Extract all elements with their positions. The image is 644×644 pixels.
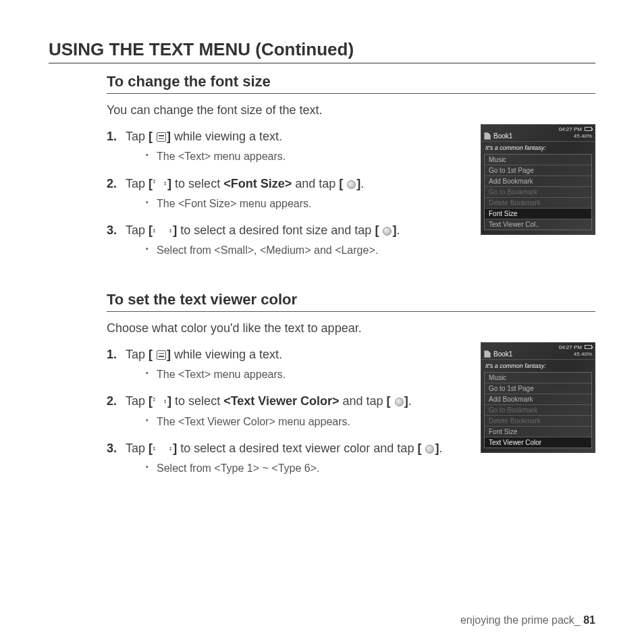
- step-text: .: [360, 177, 364, 190]
- document-icon: [484, 132, 491, 140]
- step-text: and tap: [340, 394, 387, 408]
- menu-icon: [157, 132, 166, 142]
- step-note: The <Text> menu appears.: [146, 149, 471, 164]
- step-text: Tap: [126, 441, 149, 455]
- step-text: .: [396, 223, 400, 237]
- device-menu-item: Go to Bookmark: [485, 405, 591, 416]
- device-menu-item: Delete Bookmark: [485, 416, 591, 427]
- bracket-open: [: [387, 394, 391, 408]
- device-menu-item: Font Size: [485, 209, 591, 219]
- step-text: while viewing a text.: [171, 130, 282, 143]
- bracket-open: [: [375, 223, 379, 237]
- up-down-icon: ⠃ ⠰: [153, 180, 167, 187]
- device-menu-item: Add Bookmark: [485, 176, 591, 187]
- section-heading: To change the font size: [107, 73, 595, 94]
- step-number: 3.: [107, 222, 117, 239]
- step-text: Tap: [126, 348, 149, 361]
- step-item: 1. Tap [ ] while viewing a text. The <Te…: [107, 346, 471, 383]
- device-progress: 45.40%: [574, 133, 592, 139]
- step-item: 2. Tap [⠃ ⠰] to select <Text Viewer Colo…: [107, 393, 471, 429]
- step-text: Tap: [126, 177, 149, 190]
- step-note: The <Font Size> menu appears.: [146, 196, 471, 211]
- step-item: 1. Tap [ ] while viewing a text. The <Te…: [107, 128, 471, 165]
- steps-list: 1. Tap [ ] while viewing a text. The <Te…: [107, 128, 471, 259]
- battery-icon: [585, 345, 592, 349]
- device-menu-item: Go to 1st Page: [485, 383, 591, 394]
- device-title: Book1: [493, 350, 512, 358]
- step-note: Select from <Small>, <Medium> and <Large…: [146, 243, 471, 258]
- ok-icon: [383, 227, 392, 236]
- page-title: USING THE TEXT MENU (Continued): [49, 39, 595, 63]
- up-down-icon: ⠃ ⠰: [153, 398, 167, 405]
- steps-list: 1. Tap [ ] while viewing a text. The <Te…: [107, 346, 471, 477]
- step-text: and tap: [292, 177, 339, 190]
- step-number: 3.: [107, 440, 117, 457]
- battery-icon: [585, 127, 592, 131]
- ok-icon: [347, 180, 356, 189]
- device-time: 04:27 PM: [559, 126, 582, 132]
- step-number: 1.: [107, 128, 117, 145]
- step-item: 3. Tap [⠆ ⠰] to select a desired text vi…: [107, 440, 471, 477]
- step-number: 2.: [107, 393, 117, 410]
- step-note: The <Text> menu appears.: [146, 367, 471, 382]
- step-text: to select a desired text viewer color an…: [177, 441, 417, 455]
- bracket-open: [: [149, 348, 153, 361]
- device-menu-item: Delete Bookmark: [485, 198, 591, 209]
- device-menu: MusicGo to 1st PageAdd BookmarkGo to Boo…: [484, 372, 592, 448]
- page-footer: enjoying the prime pack_ 81: [460, 614, 595, 626]
- footer-page-number: 81: [583, 614, 595, 626]
- device-statusbar: 04:27 PM: [481, 343, 595, 350]
- ok-icon: [425, 445, 434, 454]
- step-text: while viewing a text.: [171, 348, 282, 361]
- step-number: 2.: [107, 176, 117, 192]
- device-titlebar: Book1 45.40%: [481, 132, 595, 142]
- bracket-open: [: [417, 441, 421, 455]
- device-menu-item: Text Viewer Color: [485, 437, 591, 448]
- step-text: to select: [171, 394, 223, 408]
- step-bold: <Font Size>: [223, 177, 292, 190]
- section-font-size: To change the font size You can change t…: [107, 73, 595, 259]
- step-text: to select: [171, 177, 223, 190]
- step-bold: <Text Viewer Color>: [223, 394, 339, 408]
- step-text: Tap: [126, 223, 149, 237]
- menu-icon: [157, 350, 166, 360]
- device-screenshot: 04:27 PM Book1 45.40% It's a common fant…: [481, 342, 595, 453]
- device-statusbar: 04:27 PM: [481, 125, 595, 132]
- step-text: Tap: [126, 394, 149, 408]
- device-menu-item: Add Bookmark: [485, 394, 591, 405]
- device-menu-item: Go to 1st Page: [485, 165, 591, 176]
- device-menu-item: Text Viewer Col..: [485, 219, 591, 230]
- step-item: 2. Tap [⠃ ⠰] to select <Font Size> and t…: [107, 176, 471, 212]
- step-text: .: [408, 394, 412, 408]
- step-text: Tap: [126, 130, 149, 143]
- section-text-viewer-color: To set the text viewer color Choose what…: [107, 291, 595, 477]
- bracket-open: [: [339, 177, 343, 190]
- device-title: Book1: [493, 132, 512, 140]
- footer-text: enjoying the prime pack_: [460, 614, 583, 626]
- device-progress: 45.40%: [574, 351, 592, 357]
- device-menu-item: Go to Bookmark: [485, 187, 591, 198]
- section-intro: You can change the font size of the text…: [107, 103, 595, 117]
- document-icon: [484, 350, 491, 358]
- ok-icon: [395, 398, 404, 406]
- step-number: 1.: [107, 346, 117, 363]
- step-text: to select a desired font size and tap: [177, 223, 375, 237]
- step-text: .: [439, 441, 442, 455]
- device-menu-item: Music: [485, 373, 591, 383]
- step-item: 3. Tap [⠆ ⠰] to select a desired font si…: [107, 222, 471, 259]
- device-body-text: It's a common fantasy:: [481, 142, 595, 153]
- bracket-open: [: [149, 130, 153, 143]
- device-menu: MusicGo to 1st PageAdd BookmarkGo to Boo…: [484, 154, 592, 230]
- step-note: Select from <Type 1> ~ <Type 6>.: [146, 461, 471, 476]
- left-right-icon: ⠆ ⠰: [153, 227, 173, 234]
- step-note: The <Text Viewer Color> menu appears.: [146, 414, 471, 429]
- device-menu-item: Font Size: [485, 427, 591, 437]
- device-time: 04:27 PM: [559, 344, 582, 350]
- section-heading: To set the text viewer color: [107, 291, 595, 312]
- device-body-text: It's a common fantasy:: [481, 360, 595, 371]
- device-screenshot: 04:27 PM Book1 45.40% It's a common fant…: [481, 124, 595, 235]
- section-intro: Choose what color you'd like the text to…: [107, 321, 595, 336]
- left-right-icon: ⠆ ⠰: [153, 445, 173, 452]
- device-menu-item: Music: [485, 155, 591, 165]
- device-titlebar: Book1 45.40%: [481, 350, 595, 360]
